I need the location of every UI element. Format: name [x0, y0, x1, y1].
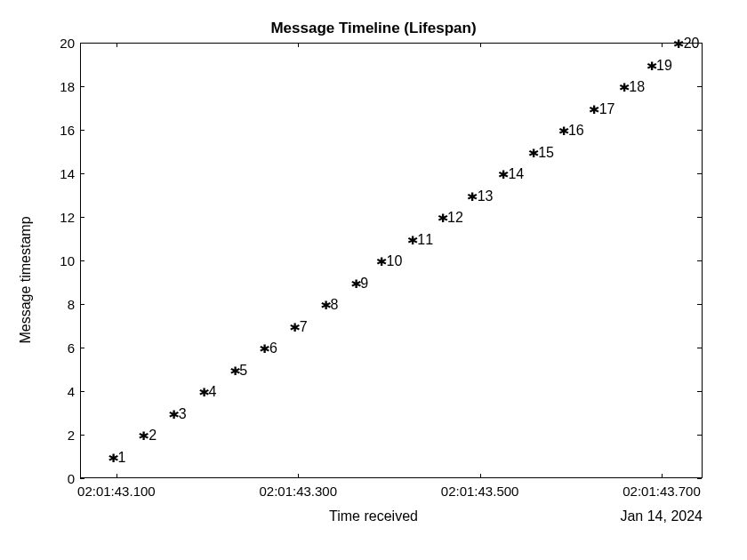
data-point-label: 16: [568, 123, 584, 138]
data-point: ✱15: [529, 143, 554, 161]
asterisk-icon: ✱: [290, 317, 301, 335]
data-point-label: 17: [599, 101, 615, 116]
x-tick-mark: [480, 474, 481, 478]
data-point-label: 15: [538, 145, 554, 160]
data-point-label: 14: [508, 166, 524, 181]
asterisk-icon: ✱: [590, 100, 600, 117]
data-point-label: 3: [179, 406, 187, 421]
data-point: ✱14: [499, 164, 524, 182]
y-tick-mark: [697, 86, 702, 87]
x-tick-label: 02:01:43.100: [77, 484, 156, 499]
y-tick-label: 20: [21, 36, 75, 51]
asterisk-icon: ✱: [199, 382, 210, 400]
data-point-label: 20: [684, 36, 700, 51]
asterisk-icon: ✱: [468, 187, 478, 204]
asterisk-icon: ✱: [108, 448, 118, 466]
x-axis-date-label: Jan 14, 2024: [620, 508, 703, 524]
data-point: ✱7: [291, 317, 308, 335]
asterisk-icon: ✱: [619, 77, 630, 95]
data-point: ✱5: [230, 361, 247, 379]
asterisk-icon: ✱: [528, 143, 539, 161]
data-point-label: 11: [417, 232, 433, 247]
y-tick-mark: [80, 86, 84, 87]
data-point: ✱10: [377, 252, 402, 269]
x-tick-mark: [662, 474, 663, 478]
y-tick-label: 8: [21, 297, 75, 312]
asterisk-icon: ✱: [229, 361, 240, 379]
asterisk-icon: ✱: [320, 295, 331, 313]
data-point-label: 6: [269, 340, 277, 356]
y-tick-mark: [80, 43, 84, 44]
data-point-label: 7: [300, 319, 308, 334]
y-tick-mark: [697, 217, 702, 218]
y-tick-mark: [697, 435, 702, 436]
data-point-label: 8: [331, 297, 339, 312]
data-point: ✱9: [351, 274, 368, 292]
y-tick-mark: [697, 130, 702, 131]
y-tick-mark: [80, 173, 84, 174]
x-tick-label: 02:01:43.300: [259, 484, 337, 499]
asterisk-icon: ✱: [438, 208, 448, 226]
x-tick-label: 02:01:43.700: [622, 484, 701, 499]
chart-title: Message Timeline (Lifespan): [0, 20, 747, 37]
asterisk-icon: ✱: [139, 426, 149, 444]
data-point: ✱17: [590, 100, 614, 117]
data-point: ✱8: [321, 295, 338, 313]
data-point: ✱18: [620, 77, 645, 95]
y-tick-mark: [80, 435, 84, 436]
x-tick-mark: [298, 474, 299, 478]
y-tick-label: 2: [21, 428, 75, 443]
data-point-label: 19: [656, 58, 672, 73]
y-tick-mark: [697, 260, 702, 261]
y-tick-mark: [80, 478, 84, 479]
data-point-label: 12: [447, 210, 463, 225]
asterisk-icon: ✱: [498, 164, 509, 182]
y-tick-label: 14: [21, 166, 75, 181]
x-tick-mark: [116, 474, 117, 478]
asterisk-icon: ✱: [169, 404, 180, 422]
data-point-label: 5: [239, 363, 247, 378]
data-point: ✱1: [108, 448, 125, 466]
data-point: ✱6: [261, 339, 277, 356]
y-tick-mark: [697, 348, 702, 348]
data-point: ✱19: [647, 56, 672, 74]
x-tick-mark: [662, 43, 663, 47]
data-point-label: 10: [387, 253, 403, 268]
y-tick-mark: [80, 217, 84, 218]
data-point-label: 4: [209, 384, 217, 399]
data-point: ✱4: [199, 382, 216, 400]
data-point: ✱20: [674, 34, 699, 52]
y-tick-label: 4: [21, 384, 75, 399]
y-tick-label: 0: [21, 471, 75, 486]
asterisk-icon: ✱: [674, 34, 685, 52]
asterisk-icon: ✱: [376, 252, 387, 269]
y-tick-label: 16: [21, 123, 75, 138]
data-point: ✱3: [170, 404, 187, 422]
asterisk-icon: ✱: [260, 339, 270, 356]
data-point: ✱2: [140, 426, 157, 444]
y-tick-mark: [697, 173, 702, 174]
chart-container: Message Timeline (Lifespan) Message time…: [0, 0, 747, 560]
asterisk-icon: ✱: [558, 121, 569, 139]
data-point: ✱16: [559, 121, 584, 139]
y-tick-mark: [80, 260, 84, 261]
asterisk-icon: ✱: [350, 274, 361, 292]
data-point-label: 2: [149, 428, 157, 443]
y-tick-label: 10: [21, 253, 75, 268]
data-point-label: 9: [360, 276, 368, 291]
x-tick-label: 02:01:43.500: [441, 484, 519, 499]
data-point-label: 18: [629, 79, 645, 94]
x-tick-mark: [298, 43, 299, 47]
y-tick-label: 6: [21, 340, 75, 356]
y-tick-label: 12: [21, 210, 75, 225]
y-tick-mark: [80, 130, 84, 131]
data-point: ✱11: [408, 230, 433, 248]
y-tick-mark: [697, 478, 702, 479]
asterisk-icon: ✱: [647, 56, 657, 74]
y-axis-label-text: Message timestamp: [18, 216, 34, 343]
x-tick-mark: [116, 43, 117, 47]
data-point-label: 13: [478, 188, 494, 204]
x-tick-mark: [480, 43, 481, 47]
data-point-label: 1: [117, 450, 125, 465]
data-point: ✱13: [468, 187, 493, 204]
